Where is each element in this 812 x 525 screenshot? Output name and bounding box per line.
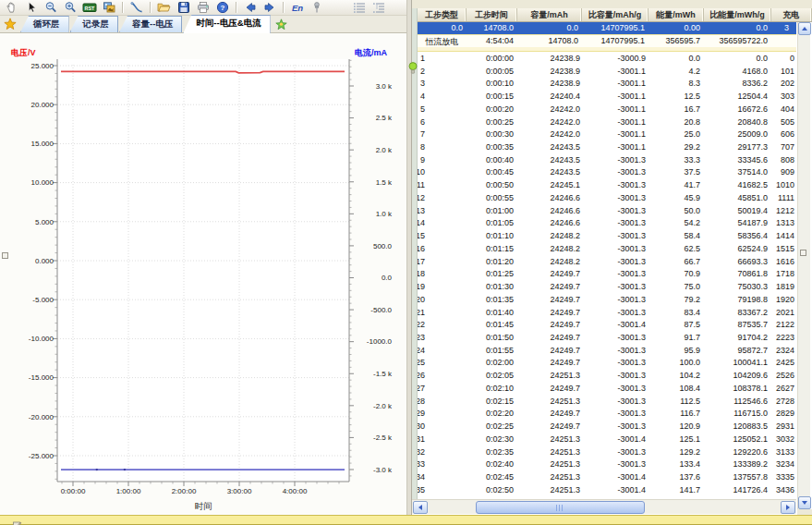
select-cursor-button[interactable] <box>21 1 41 15</box>
record-cell: 24243.5 <box>517 155 584 165</box>
record-cell: 2526 <box>771 371 796 380</box>
curve-tool-button[interactable] <box>127 1 146 15</box>
record-row[interactable]: 50:00:2024242.0-3001.116.716672.6404 <box>418 103 796 116</box>
record-row[interactable]: 70:00:3024242.0-3001.125.025009.0606 <box>418 128 796 140</box>
record-row[interactable]: 300:02:2524249.7-3001.3120.9120883.52931 <box>418 420 796 433</box>
save-file-button[interactable] <box>174 1 193 15</box>
scroll-down-button[interactable] <box>798 496 811 509</box>
record-row[interactable]: 90:00:4024243.5-3001.333.333345.6808 <box>418 153 796 166</box>
tab-2[interactable]: 记录层 <box>70 16 119 32</box>
record-row[interactable]: 320:02:3524251.3-3001.3129.2129220.63133 <box>418 446 796 458</box>
print-button[interactable] <box>193 1 212 15</box>
record-row[interactable]: 270:02:1024249.7-3001.3108.4108378.12627 <box>418 382 796 395</box>
tree-view-button[interactable] <box>370 1 389 15</box>
help-icon: ? <box>216 1 229 14</box>
record-row[interactable]: 250:02:0024249.7-3001.3100.0100041.12425 <box>418 357 796 370</box>
tab-4[interactable]: 时间--电压&电流 <box>183 15 270 33</box>
record-row[interactable]: 110:00:5024245.1-3001.341.741682.51010 <box>418 178 796 191</box>
list-view-button[interactable] <box>350 1 370 15</box>
record-row[interactable]: 260:02:0524251.3-3001.3104.2104209.62526 <box>418 369 796 382</box>
column-header[interactable]: 工步类型 <box>418 8 467 21</box>
record-cell: -3001.3 <box>584 333 649 342</box>
record-row[interactable]: 80:00:3524243.5-3001.129.229177.3707 <box>418 140 796 153</box>
record-cell: 24249.7 <box>517 358 584 367</box>
record-index-cell: 12 <box>418 193 426 202</box>
tab-3[interactable]: 容量--电压 <box>119 16 182 32</box>
open-file-button[interactable] <box>154 1 174 15</box>
record-index-cell: 33 <box>418 459 426 469</box>
record-row[interactable]: 30:00:1024238.9-3001.18.38336.2202 <box>418 77 796 90</box>
record-cell: -3001.3 <box>584 308 649 317</box>
nav-back-button[interactable] <box>240 1 260 15</box>
record-cell: 20.8 <box>649 117 704 127</box>
record-row[interactable]: 220:01:4524249.7-3001.487.587535.72122 <box>418 318 796 331</box>
record-cell: -3001.1 <box>584 129 649 139</box>
record-row[interactable]: 20:00:0524238.9-3001.14.24168.0101 <box>418 65 796 78</box>
zoom-in-button[interactable] <box>60 1 79 15</box>
scroll-left-button[interactable] <box>413 501 428 514</box>
record-cell: 29.2 <box>649 142 704 152</box>
pin-button[interactable] <box>307 1 326 15</box>
help-button[interactable]: ? <box>212 1 232 15</box>
record-row[interactable]: 330:02:4024251.3-3001.3133.4133389.23234 <box>418 458 796 471</box>
record-cell: 24249.7 <box>517 384 584 393</box>
tab-1[interactable]: 循环层 <box>20 16 69 32</box>
record-row[interactable]: 190:01:3024249.7-3001.375.075030.31819 <box>418 280 796 293</box>
record-row[interactable]: 10:00:0024238.9-3000.90.00.00 <box>418 52 796 65</box>
record-cell: 112.5 <box>649 397 704 406</box>
record-row[interactable]: 180:01:2524249.7-3001.370.970861.81718 <box>418 267 796 280</box>
svg-text:-2.5 k: -2.5 k <box>373 433 393 442</box>
record-row[interactable]: 40:00:1524240.4-3001.112.512504.4303 <box>418 90 796 103</box>
record-row[interactable]: 130:01:0024246.6-3001.350.050019.41212 <box>418 204 796 217</box>
record-row[interactable]: 230:01:5024249.7-3001.391.791704.22223 <box>418 331 796 344</box>
horizontal-scrollbar[interactable] <box>412 499 796 514</box>
zoom-out-button[interactable] <box>41 1 60 15</box>
record-row[interactable]: 60:00:2524242.0-3001.120.820840.8505 <box>418 116 796 128</box>
nav-forward-button[interactable] <box>260 1 279 15</box>
record-row[interactable]: 200:01:3524249.7-3001.379.279198.81920 <box>418 293 796 306</box>
column-header[interactable]: 比能量/mWh/g <box>704 8 771 21</box>
pan-hand-button[interactable] <box>2 1 21 15</box>
column-header[interactable]: 工步时间 <box>467 8 517 21</box>
step-summary-row[interactable]: 恒流放电4:54:0414708.014707995.1356595.73565… <box>418 34 796 47</box>
record-row[interactable]: 210:01:4024249.7-3001.383.483367.22021 <box>418 306 796 319</box>
record-cell: 12.5 <box>649 92 704 101</box>
column-header[interactable]: 比容量/mAh/g <box>582 8 648 21</box>
record-cell: 25.0 <box>649 129 704 139</box>
scroll-right-button[interactable] <box>781 501 795 514</box>
record-row[interactable]: 340:02:4524251.3-3001.4137.6137557.83335 <box>418 470 796 483</box>
record-row[interactable]: 310:02:3024251.3-3001.4125.1125052.13032 <box>418 433 796 446</box>
right-scroll-handle[interactable] <box>800 250 806 256</box>
scroll-up-button[interactable] <box>798 22 811 35</box>
add-view-button[interactable] <box>274 17 289 31</box>
favorite-star-icon[interactable] <box>2 17 18 31</box>
record-row[interactable]: 290:02:2024249.7-3001.3116.7116715.02829 <box>418 408 796 421</box>
horizontal-scroll-thumb[interactable] <box>476 501 645 514</box>
image-layers-button[interactable] <box>99 1 118 15</box>
record-row[interactable]: 160:01:1524248.2-3001.362.562524.91515 <box>418 242 796 255</box>
record-cell: 137.6 <box>649 472 704 482</box>
column-header[interactable]: 容量/mAh <box>517 8 582 21</box>
cycle-summary-row[interactable]: 0.014708.00.014707995.10.000.03 <box>418 22 796 34</box>
record-cell: 808 <box>771 155 796 165</box>
record-cell: 1515 <box>771 244 796 253</box>
record-row[interactable]: 350:02:5024251.3-3001.4141.7141726.43436 <box>418 483 796 496</box>
record-row[interactable]: 170:01:2024248.2-3001.366.766693.31616 <box>418 255 796 268</box>
chart-canvas[interactable]: 25.00020.00015.00010.0005.0000.000-5.000… <box>0 33 406 515</box>
record-row[interactable]: 280:02:1524251.3-3001.3112.5112546.62728 <box>418 395 796 408</box>
record-row[interactable]: 100:00:4524243.5-3001.337.537514.0909 <box>418 166 796 179</box>
record-row[interactable]: 240:01:5524249.7-3001.395.995872.72324 <box>418 344 796 357</box>
vertical-scrollbar[interactable] <box>797 22 810 509</box>
language-button[interactable]: En <box>287 1 307 15</box>
left-splitter-handle[interactable] <box>2 252 8 259</box>
reset-button[interactable]: RST <box>79 1 99 15</box>
svg-text:3:00:00: 3:00:00 <box>227 487 252 495</box>
record-cell: 24249.7 <box>517 308 584 317</box>
record-row[interactable]: 140:01:0524246.6-3001.354.254187.91313 <box>418 217 796 230</box>
record-row[interactable]: 150:01:1024248.2-3001.358.458356.41414 <box>418 229 796 242</box>
record-row[interactable]: 120:00:5524246.6-3001.345.945851.01111 <box>418 191 796 204</box>
column-header[interactable]: 能量/mWh <box>648 8 704 21</box>
record-index-cell: 7 <box>418 129 426 139</box>
column-header[interactable]: 充电 <box>771 8 812 21</box>
record-cell: 0:01:45 <box>426 320 517 329</box>
